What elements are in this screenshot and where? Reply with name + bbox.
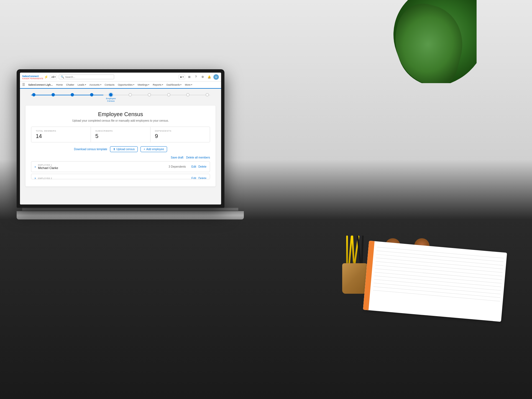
- action-buttons: Download census template ⬆ Upload census…: [31, 146, 210, 152]
- nav-contacts[interactable]: Contacts: [105, 83, 115, 86]
- nav-home[interactable]: Home: [56, 83, 63, 86]
- employee-2-header: › EMPLOYEE 2 Edit Delete: [31, 174, 210, 179]
- stat-dependents-label: DEPENDENTS: [155, 130, 205, 132]
- nav-reports[interactable]: Reports ▾: [153, 83, 163, 86]
- employee-2-edit-button[interactable]: Edit: [191, 177, 196, 180]
- step-dot-1: [32, 93, 35, 96]
- logo-sales: Sales: [22, 75, 29, 78]
- settings-icon[interactable]: ⚙: [200, 75, 205, 80]
- step-label-5: EmployeeCensus: [106, 97, 116, 102]
- top-navbar: SalesConnect KAISER PERMANENTE ⚡ All ▾ 🔍: [20, 73, 221, 81]
- upload-icon: ⬆: [113, 148, 115, 151]
- logo-text: SalesConnect KAISER PERMANENTE: [22, 75, 43, 80]
- filter-chevron: ▾: [55, 76, 56, 78]
- nav-accounts[interactable]: Accounts ▾: [89, 83, 101, 86]
- employee-2-label: EMPLOYEE 2: [38, 177, 52, 180]
- employee-1-label: EMPLOYEE 1: [38, 164, 58, 166]
- delete-all-members-button[interactable]: Delete all members: [186, 156, 210, 159]
- upload-census-button[interactable]: ⬆ Upload census: [110, 146, 138, 152]
- employee-1-header: › EMPLOYEE 1 Michael Clarke 3 Dependents…: [31, 162, 210, 172]
- plant-decoration: [366, 0, 477, 83]
- employee-1-actions: Edit Delete: [191, 165, 206, 168]
- second-navbar: ⠿ SalesConnect Ligh... Home Chatter Lead…: [20, 81, 221, 89]
- employee-row-1: › EMPLOYEE 1 Michael Clarke 3 Dependents…: [31, 161, 210, 172]
- search-icon: 🔍: [61, 75, 64, 78]
- stat-total-members-value: 14: [36, 133, 86, 139]
- stat-total-members-label: TOTAL MEMBERS: [36, 130, 86, 132]
- search-bar[interactable]: 🔍: [59, 75, 114, 79]
- fav-chevron: ▾: [183, 76, 184, 78]
- employee-2-expand-icon[interactable]: ›: [35, 176, 36, 179]
- nav-meetings[interactable]: Meetings ▾: [138, 83, 150, 86]
- pencil-cup: [342, 263, 367, 294]
- favorites-icon[interactable]: ★ ▾: [178, 75, 185, 79]
- logo-connect: Connect: [29, 75, 39, 78]
- download-template-link[interactable]: Download census template: [74, 148, 107, 151]
- employee-1-info: EMPLOYEE 1 Michael Clarke: [38, 164, 58, 170]
- search-input[interactable]: [65, 76, 112, 78]
- add-employee-button[interactable]: + Add employee: [140, 146, 167, 152]
- employee-1-dependents: 3 Dependents: [169, 165, 186, 168]
- nav-leads[interactable]: Leads ▾: [78, 83, 86, 86]
- step-10: [202, 93, 213, 102]
- stat-dependents-value: 9: [155, 133, 205, 139]
- laptop-screen: SalesConnect KAISER PERMANENTE ⚡ All ▾ 🔍: [20, 73, 221, 204]
- notebook-lines: [372, 247, 504, 319]
- step-3: [67, 93, 78, 102]
- employee-row-2: › EMPLOYEE 2 Edit Delete: [31, 174, 210, 179]
- browser: SalesConnect KAISER PERMANENTE ⚡ All ▾ 🔍: [20, 73, 221, 204]
- stat-dependents: DEPENDENTS 9: [150, 127, 210, 142]
- step-8: [163, 93, 174, 102]
- app-name: SalesConnect Ligh...: [28, 83, 53, 86]
- nav-chatter[interactable]: Chatter: [66, 83, 75, 86]
- logo: SalesConnect KAISER PERMANENTE ⚡: [22, 75, 48, 80]
- lightning-icon: ⚡: [44, 75, 48, 79]
- search-filter-dropdown[interactable]: All ▾: [50, 75, 57, 79]
- stat-subscribers: SUBSCRIBERS 5: [91, 127, 150, 142]
- employee-1-delete-button[interactable]: Delete: [198, 165, 206, 168]
- save-draft-button[interactable]: Save draft: [171, 156, 183, 159]
- nav-dashboards[interactable]: Dashboards ▾: [167, 83, 182, 86]
- employee-1-edit-button[interactable]: Edit: [191, 165, 196, 168]
- stat-subscribers-value: 5: [95, 133, 146, 139]
- main-content: EmployeeCensus: [20, 89, 221, 204]
- grid-icon[interactable]: ⊞: [187, 75, 192, 80]
- progress-bar: EmployeeCensus: [25, 93, 216, 102]
- page-title: Employee Census: [31, 111, 210, 117]
- laptop: SalesConnect KAISER PERMANENTE ⚡ All ▾ 🔍: [17, 69, 244, 258]
- filter-label: All: [51, 76, 54, 78]
- step-dot-9: [186, 93, 190, 96]
- employee-1-name: Michael Clarke: [38, 166, 58, 170]
- step-dot-2: [52, 93, 55, 96]
- step-1: [28, 93, 39, 102]
- nav-icons: ★ ▾ ⊞ ? ⚙ 🔔 U: [178, 74, 219, 80]
- star-icon: ★: [180, 76, 182, 78]
- employee-2-delete-button[interactable]: Delete: [198, 177, 206, 180]
- census-card: Employee Census Upload your completed ce…: [25, 106, 216, 186]
- page-subtitle: Upload your completed census file or man…: [31, 119, 210, 122]
- step-dot-4: [90, 93, 93, 96]
- notebook: [363, 241, 507, 322]
- grid-menu-icon[interactable]: ⠿: [22, 83, 25, 87]
- stats-box: TOTAL MEMBERS 14 SUBSCRIBERS 5 DEPENDENT…: [31, 127, 210, 142]
- step-dot-6: [129, 93, 132, 96]
- stat-subscribers-label: SUBSCRIBERS: [95, 130, 146, 132]
- help-icon[interactable]: ?: [193, 75, 198, 80]
- step-dot-8: [167, 93, 170, 96]
- stat-total-members: TOTAL MEMBERS 14: [31, 127, 91, 142]
- bell-icon[interactable]: 🔔: [207, 75, 212, 80]
- step-9: [182, 93, 193, 102]
- nav-more[interactable]: More ▾: [185, 83, 192, 86]
- employee-1-expand-icon[interactable]: ›: [35, 165, 36, 169]
- user-avatar[interactable]: U: [213, 74, 219, 80]
- logo-kp-text: KAISER PERMANENTE: [22, 78, 43, 80]
- employee-2-info: EMPLOYEE 2: [38, 177, 52, 180]
- plus-icon: +: [144, 148, 145, 151]
- step-7: [144, 93, 155, 102]
- step-4: [86, 93, 97, 102]
- laptop-hinge: [22, 208, 238, 211]
- step-dot-3: [71, 93, 74, 96]
- step-dot-10: [206, 93, 209, 96]
- step-dot-5: [109, 93, 112, 96]
- nav-opportunities[interactable]: Opportunities ▾: [118, 83, 134, 86]
